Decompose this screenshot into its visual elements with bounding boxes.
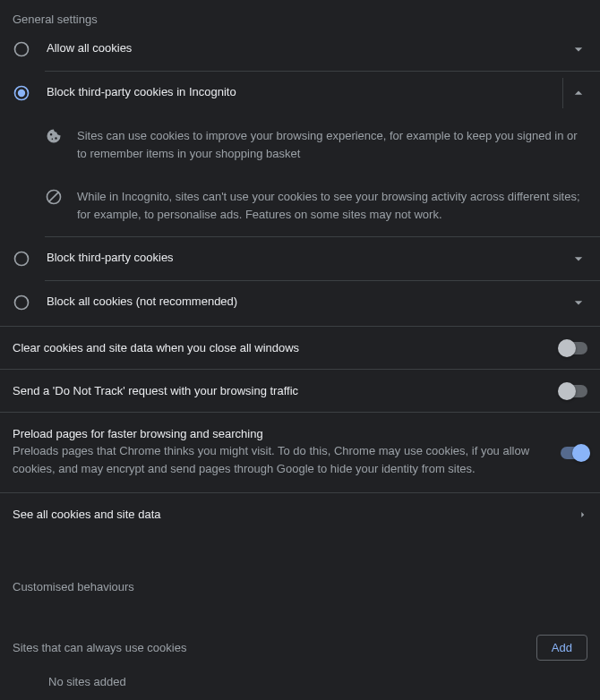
option-allow-all-cookies[interactable]: Allow all cookies bbox=[0, 28, 600, 71]
add-button[interactable]: Add bbox=[536, 635, 587, 661]
arrow-right-icon bbox=[579, 510, 587, 519]
option-label: Block third-party cookies in Incognito bbox=[47, 84, 562, 98]
block-icon bbox=[45, 188, 63, 206]
option-label: Block all cookies (not recommended) bbox=[47, 294, 562, 308]
sites-always-use-cookies-row: Sites that can always use cookies Add bbox=[0, 622, 600, 661]
toggle-label: Preload pages for faster browsing and se… bbox=[13, 427, 546, 440]
expand-button[interactable] bbox=[562, 287, 593, 318]
cookie-icon bbox=[45, 127, 63, 145]
toggle-preload-pages[interactable]: Preload pages for faster browsing and se… bbox=[0, 412, 600, 492]
radio-checked-icon bbox=[13, 84, 30, 102]
behavior-title: Sites that can always use cookies bbox=[13, 641, 536, 654]
general-settings-header: General settings bbox=[0, 0, 600, 28]
cookie-radio-group: Allow all cookies Block third-party cook… bbox=[0, 28, 600, 326]
toggle-label: Send a 'Do Not Track' request with your … bbox=[13, 384, 546, 397]
radio-unchecked-icon bbox=[13, 40, 30, 58]
toggle-clear-on-exit[interactable]: Clear cookies and site data when you clo… bbox=[0, 326, 600, 369]
toggle-switch-off[interactable] bbox=[561, 342, 587, 354]
option-block-third-party[interactable]: Block third-party cookies bbox=[0, 237, 600, 280]
detail-text: Sites can use cookies to improve your br… bbox=[77, 127, 587, 163]
option-label: Allow all cookies bbox=[47, 40, 562, 55]
radio-unchecked-icon bbox=[13, 294, 30, 312]
detail-cookies-info: Sites can use cookies to improve your br… bbox=[0, 115, 600, 175]
radio-unchecked-icon bbox=[13, 250, 30, 268]
expand-button[interactable] bbox=[562, 243, 593, 274]
toggle-do-not-track[interactable]: Send a 'Do Not Track' request with your … bbox=[0, 369, 600, 412]
detail-incognito-info: While in Incognito, sites can't use your… bbox=[0, 175, 600, 236]
option-label: Block third-party cookies bbox=[47, 250, 562, 264]
option-block-third-party-incognito[interactable]: Block third-party cookies in Incognito bbox=[0, 72, 600, 115]
toggle-switch-off[interactable] bbox=[561, 385, 587, 397]
detail-text: While in Incognito, sites can't use your… bbox=[77, 188, 587, 224]
svg-point-0 bbox=[18, 90, 25, 97]
expand-button[interactable] bbox=[562, 34, 593, 64]
option-block-all-cookies[interactable]: Block all cookies (not recommended) bbox=[0, 281, 600, 324]
see-all-cookies-link[interactable]: See all cookies and site data bbox=[0, 492, 600, 535]
toggle-label: Clear cookies and site data when you clo… bbox=[13, 341, 546, 354]
toggle-switch-on[interactable] bbox=[561, 447, 587, 459]
no-sites-added-text: No sites added bbox=[0, 661, 600, 700]
toggle-description: Preloads pages that Chrome thinks you mi… bbox=[13, 442, 546, 478]
link-label: See all cookies and site data bbox=[13, 508, 579, 521]
collapse-button[interactable] bbox=[562, 78, 593, 108]
customised-behaviours-header: Customised behaviours bbox=[0, 568, 600, 597]
